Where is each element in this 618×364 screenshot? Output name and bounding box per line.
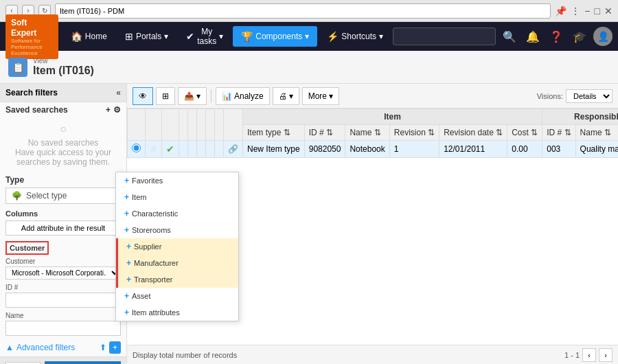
plus-icon: + bbox=[124, 225, 129, 235]
row-star[interactable]: ☆ bbox=[146, 141, 162, 158]
browser-icons: 📌 ⋮ − □ ✕ bbox=[555, 5, 613, 16]
toolbar-sep1 bbox=[211, 89, 211, 103]
col-rev-date: Revision date ⇅ bbox=[439, 125, 507, 141]
columns-dropdown: + Favorites+ Item+ Characteristic+ Store… bbox=[115, 172, 239, 321]
advanced-chevron: ▲ bbox=[5, 343, 14, 352]
advanced-add-icon[interactable]: + bbox=[109, 341, 121, 354]
plus-icon: + bbox=[124, 209, 129, 218]
customer-highlight: Customer bbox=[5, 241, 49, 255]
item-group-header: Item bbox=[243, 109, 542, 125]
help-icon[interactable]: ❓ bbox=[547, 30, 566, 43]
columns-label: Columns bbox=[5, 209, 121, 218]
main-area: Search filters « Saved searches + ⚙ ○ No… bbox=[0, 84, 618, 364]
customer-section: Customer Customer Microsoft - Microsoft … bbox=[0, 238, 126, 339]
dropdown-item[interactable]: + Asset bbox=[116, 288, 238, 304]
columns-section: Columns Add attribute in the result bbox=[0, 207, 126, 238]
add-saved-icon[interactable]: + bbox=[106, 105, 111, 115]
row-revision: 1 bbox=[389, 141, 439, 158]
import-btn[interactable]: 📤 ▾ bbox=[178, 87, 207, 105]
resp-group-header: Responsible team bbox=[542, 109, 618, 125]
view-btn[interactable]: 👁 bbox=[133, 87, 153, 105]
shortcuts-chevron: ▾ bbox=[379, 32, 383, 41]
visions-select[interactable]: Details bbox=[566, 89, 613, 103]
dropdown-item[interactable]: + Characteristic bbox=[116, 205, 238, 222]
browser-bar: ‹ › ↻ 📌 ⋮ − □ ✕ bbox=[0, 0, 618, 22]
home-icon: 🏠 bbox=[71, 31, 82, 42]
plus-icon: + bbox=[124, 308, 129, 317]
saved-searches-header: Saved searches + ⚙ bbox=[0, 102, 126, 117]
type-label: Type ⬆ bbox=[5, 175, 121, 185]
chart-icon: 📊 bbox=[222, 91, 232, 101]
advanced-upload-icon: ⬆ bbox=[100, 343, 106, 352]
row-ef bbox=[206, 141, 215, 158]
components-btn[interactable]: 🏆 Components ▾ bbox=[233, 26, 317, 47]
search-icon[interactable]: 🔍 bbox=[500, 30, 519, 43]
dropdown-item[interactable]: + Item attributes bbox=[116, 304, 238, 321]
sidebar-collapse-icon[interactable]: « bbox=[116, 88, 121, 98]
advanced-filters[interactable]: ▲ Advanced filters ⬆ + bbox=[0, 339, 126, 356]
dropdown-item[interactable]: + Storerooms bbox=[116, 222, 238, 238]
next-page-btn[interactable]: › bbox=[599, 348, 613, 362]
type-tree-icon: 🌳 bbox=[12, 191, 22, 201]
graduation-icon[interactable]: 🎓 bbox=[570, 30, 589, 43]
plus-icon: + bbox=[124, 291, 129, 301]
bell-icon[interactable]: 🔔 bbox=[523, 30, 542, 43]
shortcuts-btn[interactable]: ⚡ Shortcuts ▾ bbox=[319, 26, 391, 47]
row-resp-id: 003 bbox=[542, 141, 575, 158]
col-name: Name ⇅ bbox=[345, 125, 389, 141]
row-link[interactable]: 🔗 bbox=[224, 141, 243, 158]
name-input[interactable] bbox=[5, 321, 121, 336]
mytasks-btn[interactable]: ✔ My tasks ▾ bbox=[178, 26, 231, 47]
select-type-btn[interactable]: 🌳 Select type bbox=[5, 187, 121, 204]
saved-searches-icons: + ⚙ bbox=[106, 105, 121, 115]
row-os bbox=[197, 141, 206, 158]
prev-page-btn[interactable]: ‹ bbox=[582, 348, 596, 362]
sidebar: Search filters « Saved searches + ⚙ ○ No… bbox=[0, 84, 127, 364]
search-input[interactable] bbox=[393, 27, 496, 45]
sub-header: 📋 View Item (IT016) bbox=[0, 51, 618, 84]
add-attr-btn[interactable]: Add attribute in the result bbox=[5, 220, 121, 236]
analyze-btn[interactable]: 📊 Analyze bbox=[216, 87, 270, 105]
pagination: 1 - 1 ‹ › bbox=[564, 348, 613, 362]
more-chevron: ▾ bbox=[329, 91, 333, 101]
portals-btn[interactable]: ⊞ Portals ▾ bbox=[117, 26, 176, 47]
row-status: ✔ bbox=[162, 141, 179, 158]
close-btn[interactable]: ✕ bbox=[604, 5, 613, 16]
page-title: Item (IT016) bbox=[33, 65, 94, 77]
plus-icon: + bbox=[126, 258, 131, 268]
dropdown-item[interactable]: + Supplier bbox=[116, 238, 238, 255]
display-text: Display total number of records bbox=[133, 351, 237, 359]
minimize-btn[interactable]: − bbox=[584, 5, 590, 16]
settings-saved-icon[interactable]: ⚙ bbox=[113, 105, 121, 115]
row-id: 9082050 bbox=[304, 141, 345, 158]
home-btn[interactable]: 🏠 Home bbox=[62, 26, 115, 47]
dropdown-item[interactable]: + Manufacturer bbox=[116, 255, 238, 271]
id-input[interactable] bbox=[5, 293, 121, 308]
url-bar[interactable] bbox=[55, 3, 551, 19]
row-radio[interactable] bbox=[128, 141, 146, 158]
table-row[interactable]: ☆✔🔗New Item type9082050Notebook112/01/20… bbox=[128, 141, 619, 158]
dropdown-item[interactable]: + Item bbox=[116, 189, 238, 205]
top-nav: Soft Expert Software for Performance Exc… bbox=[0, 22, 618, 51]
row-s bbox=[188, 141, 197, 158]
maximize-btn[interactable]: □ bbox=[595, 5, 600, 16]
avatar[interactable]: 👤 bbox=[593, 27, 613, 46]
grid-icon: ⊞ bbox=[162, 91, 169, 101]
grid-btn[interactable]: ⊞ bbox=[156, 87, 175, 105]
bottom-bar: Display total number of records 1 - 1 ‹ … bbox=[127, 345, 618, 364]
row-f bbox=[179, 141, 188, 158]
dropdown-item[interactable]: + Transporter bbox=[116, 271, 238, 288]
customer-select[interactable]: Microsoft - Microsoft Corporati... bbox=[5, 266, 121, 280]
import-icon: 📤 bbox=[184, 91, 194, 101]
name-label: Name bbox=[5, 312, 121, 319]
no-saved-area: ○ No saved searches Have quick access to… bbox=[0, 117, 126, 172]
dropdown-item[interactable]: + Favorites bbox=[116, 172, 238, 189]
row-resp-name: Quality management te... bbox=[575, 141, 618, 158]
search-button[interactable]: 🔍 SEARCH bbox=[45, 361, 121, 364]
pin-icon[interactable]: 📌 bbox=[555, 5, 566, 16]
more-btn[interactable]: More ▾ bbox=[302, 87, 339, 105]
menu-icon[interactable]: ⋮ bbox=[571, 5, 580, 16]
print-btn[interactable]: 🖨 ▾ bbox=[273, 87, 299, 105]
bolt-icon: ⚡ bbox=[327, 31, 339, 42]
col-resp-id: ID # ⇅ bbox=[542, 125, 575, 141]
